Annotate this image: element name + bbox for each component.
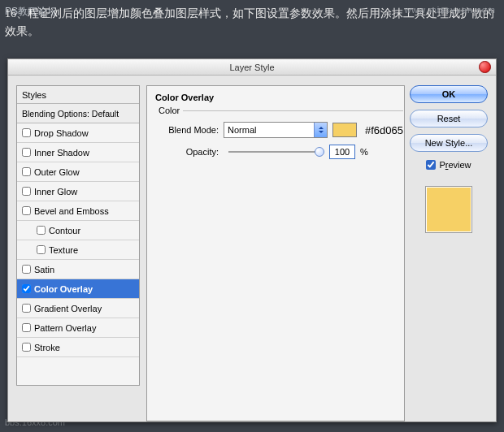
style-item-inner-shadow[interactable]: Inner Shadow [17, 143, 139, 162]
opacity-unit: % [360, 147, 368, 157]
select-arrow-icon [314, 123, 327, 137]
style-label: Inner Shadow [34, 143, 89, 162]
style-checkbox[interactable] [37, 245, 46, 254]
styles-header[interactable]: Styles [17, 86, 139, 104]
style-item-color-overlay[interactable]: Color Overlay [17, 279, 139, 299]
blend-mode-select[interactable]: Normal [224, 122, 328, 138]
new-style-button[interactable]: New Style... [410, 134, 488, 152]
styles-list-panel: Styles Blending Options: Default Drop Sh… [16, 85, 140, 386]
style-label: Outer Glow [34, 162, 80, 182]
color-fieldset: Color Blend Mode: Normal #f6d065 Opacity… [155, 106, 403, 166]
style-label: Satin [34, 260, 54, 279]
style-item-gradient-overlay[interactable]: Gradient Overlay [17, 299, 139, 318]
color-overlay-panel: Color Overlay Color Blend Mode: Normal #… [146, 85, 405, 421]
style-item-inner-glow[interactable]: Inner Glow [17, 182, 139, 201]
blend-mode-value: Normal [228, 125, 256, 135]
style-checkbox[interactable] [22, 304, 31, 313]
style-checkbox[interactable] [22, 167, 31, 176]
style-label: Bevel and Emboss [34, 201, 109, 221]
section-title: Color Overlay [155, 93, 396, 106]
style-checkbox[interactable] [22, 284, 31, 293]
preview-row[interactable]: Preview [410, 160, 488, 170]
watermark-top-left: PS教程论坛 [5, 5, 57, 19]
blending-options-row[interactable]: Blending Options: Default [17, 104, 139, 123]
style-label: Stroke [34, 338, 60, 357]
style-item-contour[interactable]: Contour [17, 221, 139, 240]
dialog-body: Styles Blending Options: Default Drop Sh… [8, 76, 496, 421]
opacity-input[interactable] [329, 145, 355, 159]
color-subtitle: Color [155, 106, 183, 115]
opacity-label: Opacity: [155, 147, 219, 157]
style-checkbox[interactable] [22, 206, 31, 215]
style-checkbox[interactable] [22, 343, 31, 352]
style-checkbox[interactable] [37, 226, 46, 235]
style-checkbox[interactable] [22, 323, 31, 332]
dialog-titlebar[interactable]: Layer Style [8, 59, 496, 76]
ok-button[interactable]: OK [410, 85, 488, 103]
color-hex-value: #f6d065 [365, 124, 403, 136]
opacity-slider[interactable] [228, 151, 319, 153]
style-label: Color Overlay [34, 279, 93, 299]
watermark-top-right: www.missyuan.com [404, 5, 496, 15]
style-label: Contour [49, 221, 80, 240]
layer-style-dialog: Layer Style Styles Blending Options: Def… [7, 58, 497, 422]
preview-label: Preview [439, 160, 471, 170]
style-label: Drop Shadow [34, 123, 89, 143]
blend-mode-label: Blend Mode: [155, 125, 219, 135]
style-label: Pattern Overlay [34, 318, 96, 338]
dialog-title: Layer Style [8, 59, 496, 76]
style-label: Inner Glow [34, 182, 77, 201]
style-checkbox[interactable] [22, 187, 31, 196]
preview-swatch [425, 186, 472, 233]
style-item-stroke[interactable]: Stroke [17, 338, 139, 357]
style-label: Gradient Overlay [34, 299, 102, 318]
color-swatch[interactable] [332, 123, 357, 137]
style-item-drop-shadow[interactable]: Drop Shadow [17, 123, 139, 143]
style-item-texture[interactable]: Texture [17, 240, 139, 260]
right-button-panel: OK Reset New Style... Preview [410, 85, 488, 233]
style-item-pattern-overlay[interactable]: Pattern Overlay [17, 318, 139, 338]
style-checkbox[interactable] [22, 128, 31, 137]
style-label: Texture [49, 240, 78, 260]
style-checkbox[interactable] [22, 148, 31, 157]
reset-button[interactable]: Reset [410, 110, 488, 127]
style-checkbox[interactable] [22, 265, 31, 274]
preview-checkbox[interactable] [426, 160, 436, 170]
style-item-bevel-and-emboss[interactable]: Bevel and Emboss [17, 201, 139, 221]
style-item-satin[interactable]: Satin [17, 260, 139, 279]
opacity-slider-thumb[interactable] [315, 147, 324, 157]
style-item-outer-glow[interactable]: Outer Glow [17, 162, 139, 182]
close-button[interactable] [479, 61, 491, 73]
